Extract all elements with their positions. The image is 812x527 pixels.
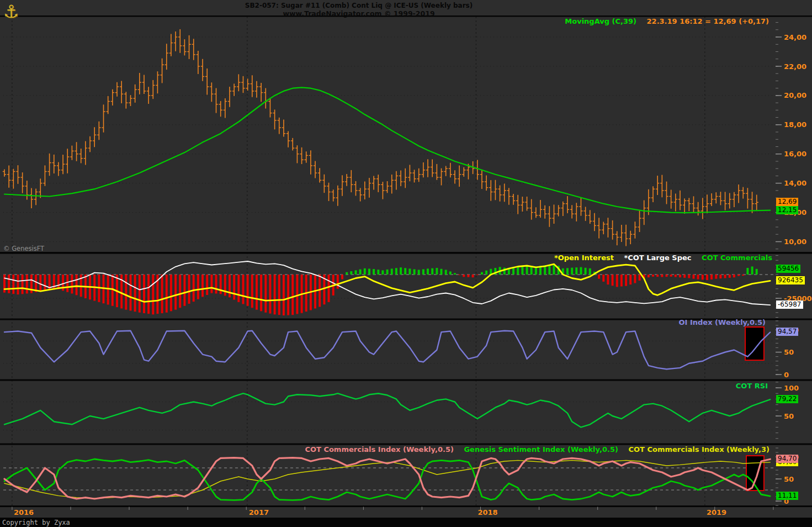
price-axis-label: 14,00 — [784, 179, 806, 187]
cot-commercials-index-3-label: COT Commercials Index (Weekly,3) — [629, 445, 770, 454]
moving-avg-legend: MovingAvg (C,39) 22.3.19 16:12 = 12,69 (… — [565, 17, 769, 25]
year-label-2017: 2017 — [249, 508, 269, 517]
oi-index-value-badge: 94,57 — [776, 328, 798, 336]
genesis-sentiment-index-label: Genesis Sentiment Index (Weekly,0.5) — [464, 445, 618, 454]
price-axis-label: 10,00 — [784, 238, 806, 246]
open-interest-label: *Open Interest — [554, 254, 614, 262]
cot_indices-axis-label: 50 — [784, 475, 794, 483]
cot_rsi-panel — [3, 393, 775, 430]
year-label-2019: 2019 — [707, 508, 726, 517]
cot-rsi-label: COT RSI — [736, 382, 768, 390]
cot-commercials-label: COT Commercials — [702, 254, 772, 262]
price-axis-label: 22,00 — [784, 62, 806, 71]
price-axis-label: 18,00 — [784, 120, 806, 129]
genesisft-watermark: © GenesisFT — [3, 245, 44, 252]
chart-subtitle: www.TradeNavigator.com © 1999-2019 — [0, 9, 718, 18]
oi_index-zoom-inset — [745, 327, 764, 360]
oi_index-axis-label: 50 — [784, 348, 794, 356]
oi_index-panel — [3, 327, 775, 369]
genesis-sentiment-value-badge: 11,11 — [776, 492, 798, 500]
price-axis-label: 24,00 — [784, 33, 806, 41]
open-interest-value-badge: 926435 — [776, 276, 805, 284]
cot_rsi-axis-label: 100 — [784, 384, 799, 392]
cot_rsi-axis-label: 50 — [784, 412, 794, 420]
price-close-badge: 12,69 — [776, 198, 798, 206]
price-axis-label: 16,00 — [784, 150, 806, 158]
price-ma-badge: 12,15 — [776, 206, 798, 214]
cot-rsi-value-badge: 79,22 — [776, 395, 798, 403]
cot-commercials-index-05-label: COT Commercials Index (Weekly,0.5) — [305, 445, 453, 454]
cot_indices-panel — [3, 456, 775, 500]
year-label-2016: 2016 — [14, 508, 34, 517]
cot-panel — [3, 261, 775, 315]
copyright-text: Copyright by Zyxa — [2, 519, 70, 526]
cot-panel-legend: *Open Interest *COT Large Spec COT Comme… — [554, 254, 772, 262]
moving-avg-value: 22.3.19 16:12 = 12,69 (+0,17) — [647, 17, 769, 25]
trade-navigator-window: 24,0022,0020,0018,0016,0014,0012,0010,00… — [0, 0, 812, 527]
oi-index-label: OI Index (Weekly,0.5) — [679, 318, 766, 326]
price-panel — [3, 29, 775, 246]
moving-avg-label: MovingAvg (C,39) — [565, 17, 636, 25]
cot-commercials-index-05-badge: 94,70 — [776, 455, 798, 463]
cot-commercials-value-badge: 59456 — [776, 265, 800, 273]
oi_index-axis-label: 0 — [784, 371, 789, 379]
chart-title: SB2-057: Sugar #11 (Comb) Cont Liq @ ICE… — [0, 2, 718, 9]
indices-panel-legend: COT Commercials Index (Weekly,0.5) Genes… — [305, 445, 769, 454]
year-label-2018: 2018 — [477, 508, 497, 517]
large-spec-value-badge: -65987 — [776, 301, 803, 309]
cot-large-spec-label: *COT Large Spec — [624, 254, 691, 262]
price-axis-label: 20,00 — [784, 91, 806, 99]
